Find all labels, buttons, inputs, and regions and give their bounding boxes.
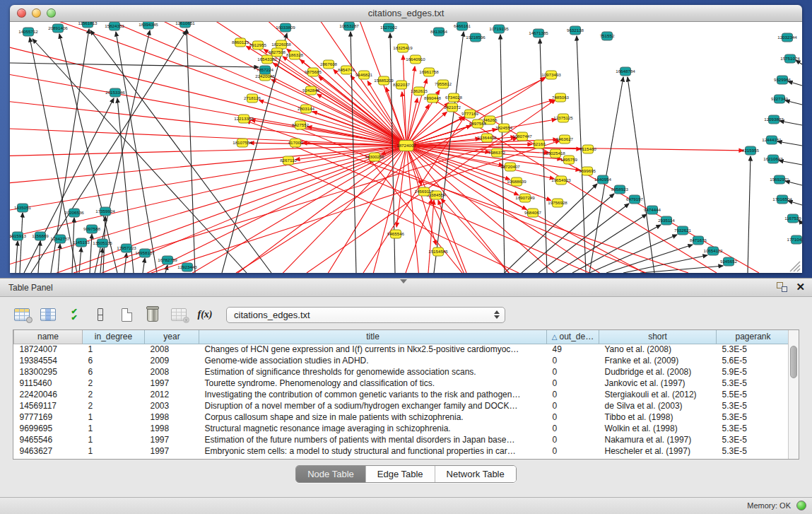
graph-node-label: 1145193 [73,240,90,245]
graph-node-label: 18226058 [271,42,291,47]
column-header-short[interactable]: short [599,330,717,344]
graph-node-label: 8990448 [424,95,442,100]
zoom-window-button[interactable] [47,8,56,18]
graph-node-label: 1421072 [444,105,461,110]
status-bar: Memory: OK [0,497,812,514]
graph-node-label: 16961758 [419,69,439,74]
graph-node-label: 9097588 [83,226,101,231]
table-cell: 5.5E-5 [717,389,790,400]
table-panel: Table Panel ✕ ✔✔ x [0,278,812,497]
graph-node-label: 62160 [533,141,546,146]
row-height-icon[interactable] [91,306,110,323]
float-panel-icon[interactable] [777,282,787,292]
table-cell: Structural magnetic resonance image aver… [199,423,547,434]
graph-node-label: 16210643 [763,156,783,161]
graph-node-label: 20153346 [105,90,125,95]
table-row[interactable]: 1456911722003Disruption of a novel membe… [14,400,790,411]
table-row[interactable]: 946362711997Embryonic stem cells: a mode… [14,445,790,457]
table-row[interactable]: 969969511998Structural magnetic resonanc… [14,423,790,434]
import-table-icon[interactable]: x [170,306,188,323]
graph-node-label: 19654923 [551,177,571,182]
new-table-icon[interactable] [117,306,136,323]
graph-node-label: 9875685 [305,69,322,74]
table-row[interactable]: 946554611997Estimation of the future num… [14,434,790,445]
graph-node-label: 9632138 [567,28,584,33]
table-cell: Wolkin et al. (1998) [599,423,717,434]
table-mode-icon[interactable] [13,306,31,323]
graph-node-label: 16958107 [135,250,155,255]
table-cell: Hescheler et al. (1997) [599,445,717,457]
table-row[interactable]: 1872400712008Changes of HCN gene express… [14,344,790,355]
table-cell: Dudbridge et al. (2008) [599,366,717,378]
graph-node-label: 11561813 [78,22,98,25]
graph-node-label: 8813054 [430,29,448,34]
table-cell: 2008 [145,366,199,378]
column-header-name[interactable]: name [14,330,83,344]
graph-node-label: 18724007 [396,143,416,148]
graph-node-label: 9777169 [461,111,479,116]
graph-node-label: 16782759 [158,257,177,262]
tab-network-table[interactable]: Network Table [435,466,516,482]
table-row[interactable]: 911546021997Tourette syndrome. Phenomeno… [14,378,790,389]
tab-node-table[interactable]: Node Table [296,466,366,482]
table-cell: de Silva et al. (2003) [599,400,717,411]
table-row[interactable]: 2242004622012Investigating the contribut… [14,389,790,400]
window-titlebar[interactable]: citations_edges.txt [10,5,802,22]
table-row[interactable]: 977716911998Corpus callosum shape and si… [14,411,790,423]
table-cell: Yano et al. (2008) [599,344,717,355]
column-header-out_de[interactable]: △out_de… [547,330,599,344]
table-cell: 0 [547,378,599,389]
graph-node-label: 12610651 [175,22,195,25]
resize-grip-icon[interactable] [790,262,800,271]
splitter-handle-icon[interactable] [400,279,407,284]
graph-node-label: 9463627 [556,136,574,141]
graph-node-label: 17016504 [772,197,792,201]
table-row[interactable]: 1830029562008Estimation of significance … [14,366,790,378]
network-window: citations_edges.txt 18724007886012389129… [0,0,812,278]
table-cell: 1 [83,411,145,423]
graph-node-label: 1167539 [784,216,801,221]
graph-node-label: 12375125 [553,115,573,120]
table-scrollbar[interactable] [788,330,799,459]
table-cell: 2003 [145,400,199,411]
memory-status-icon[interactable] [796,501,806,510]
column-header-in_degree[interactable]: in_degree [83,330,145,344]
table-cell: 1997 [145,378,199,389]
graph-node-label: 17359924 [95,209,115,214]
close-panel-icon[interactable]: ✕ [796,282,805,292]
minimize-window-button[interactable] [32,8,41,18]
tab-edge-table[interactable]: Edge Table [366,466,435,482]
table-body: 1872400712008Changes of HCN gene express… [14,344,790,457]
graph-node-label: 3824554 [495,125,513,130]
table-select-dropdown[interactable]: citations_edges.txt [226,307,505,323]
close-window-button[interactable] [17,8,26,18]
network-canvas[interactable]: 1872400788601238912955182260589827508818… [10,22,802,273]
column-header-pagerank[interactable]: pagerank [717,330,790,344]
table-cell: 0 [547,434,599,445]
table-cell: Investigating the contribution of common… [199,389,547,400]
table-cell: 2012 [145,389,199,400]
graph-node-label: 10688639 [507,179,526,184]
graph-node-label: 9146821 [355,72,373,77]
graph-node-label: 14055712 [18,29,38,34]
table-cell: 9463627 [14,445,83,457]
graph-node-label: 18107554 [233,140,252,145]
table-cell: Jankovic et al. (1997) [599,378,717,389]
column-header-year[interactable]: year [145,330,199,344]
scrollbar-thumb[interactable] [790,346,797,378]
graph-node-label: 14569117 [414,189,434,194]
graph-node-label: 9827508 [269,49,286,54]
table-cell: 0 [547,366,599,378]
table-cell: Estimation of the future numbers of pati… [199,434,547,445]
graph-node-label: 1640954 [594,177,612,182]
show-columns-icon[interactable] [39,306,57,323]
table-cell: Embryonic stem cells: a model to study s… [199,445,547,457]
column-header-title[interactable]: title [199,330,547,344]
table-cell: Changes of HCN gene expression and I(f) … [199,344,547,355]
graph-node-label: 2935114 [658,218,675,223]
select-rows-icon[interactable]: ✔✔ [65,306,83,323]
function-builder-icon[interactable]: f(x) [196,306,214,323]
table-row[interactable]: 1938455462009Genome-wide association stu… [14,355,790,366]
delete-table-icon[interactable] [143,306,162,323]
graph-node-label: 16648784 [616,69,635,74]
